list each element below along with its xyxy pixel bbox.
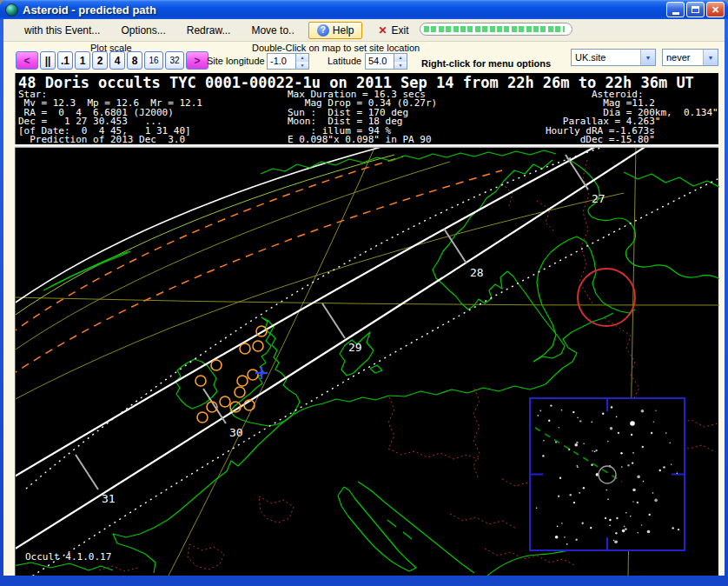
menu-item-with-this-event[interactable]: with this Event... [14,21,110,40]
exit-label: Exit [392,24,409,37]
scale-button-1[interactable]: 1 [75,51,90,70]
close-icon: ✕ [711,5,719,15]
svg-text:31: 31 [102,492,116,505]
scale-button-32[interactable]: 32 [165,51,184,70]
asteroid-app-icon [5,3,18,17]
latitude-spinner-up[interactable]: ▲ [394,54,407,62]
menu-item-move-to[interactable]: Move to.. [241,21,304,40]
time-tick-marks: 2728293031 [76,155,606,505]
menu-item-redraw[interactable]: Redraw... [176,21,242,40]
longitude-spinner-down[interactable]: ▼ [296,62,308,70]
star-chart-inset [530,398,685,550]
right-click-hint: Right-click for menu options [421,58,551,69]
minimize-button[interactable] [666,2,685,17]
redraw-interval-select[interactable]: never ▼ [662,49,718,66]
site-file-select[interactable]: UK.site ▼ [571,49,656,66]
menu-item-options[interactable]: Options... [110,21,175,40]
latitude-label: Latitude [328,56,361,66]
maximize-button[interactable] [686,2,705,17]
scale-forward-button[interactable]: > [186,51,208,70]
site-longitude-field[interactable]: -1.0 ▲ ▼ [267,53,309,70]
plot-scale-buttons: < ||.112481632 > [16,51,208,70]
latitude-spinner-down[interactable]: ▼ [394,62,407,70]
latitude-field[interactable]: 54.0 ▲ ▼ [365,53,407,70]
svg-text:29: 29 [348,341,362,354]
map-canvas[interactable]: 2728293031Occult 4.1.0.17 [15,148,718,576]
site-longitude-label: Site longitude [207,56,265,66]
scale-button-2[interactable]: 2 [92,51,108,70]
minimize-icon [672,12,679,15]
bright-star [630,421,635,426]
scale-back-button[interactable]: < [16,51,38,70]
exit-x-icon: ✕ [378,25,387,36]
scale-button-16[interactable]: 16 [144,51,163,70]
svg-text:27: 27 [592,192,606,205]
close-button[interactable]: ✕ [706,2,725,17]
chevron-down-icon[interactable]: ▼ [640,50,655,65]
page-title: Asteroid - predicted path [23,3,156,17]
svg-text:30: 30 [229,426,243,439]
star-details: Star: Mv = 12.3 Mp = 12.6 Mr = 12.1 RA =… [18,90,202,144]
scale-button-4[interactable]: 4 [109,51,125,70]
help-icon: ? [317,24,329,37]
title-bar: Asteroid - predicted path ✕ [0,0,728,19]
scale-button-8[interactable]: 8 [127,51,142,70]
highlight-circle [578,269,635,326]
svg-text:28: 28 [470,266,484,279]
help-button[interactable]: ? Help [308,22,363,39]
redraw-interval-value: never [663,52,694,63]
progress-bar [420,23,572,36]
terminator-lines [16,156,502,376]
longitude-spinner-up[interactable]: ▲ [296,54,308,62]
help-label: Help [333,24,354,37]
latitude-value[interactable]: 54.0 [366,54,394,69]
version-label: Occult 4.1.0.17 [25,551,111,563]
app-window: Asteroid - predicted path ✕ with this Ev… [0,0,728,586]
prediction-map: 2728293031Occult 4.1.0.17 [16,148,719,576]
chevron-down-icon[interactable]: ▼ [703,50,718,65]
site-markers [195,326,267,423]
site-longitude-value[interactable]: -1.0 [268,54,295,69]
window-content: with this Event... Options... Redraw... … [3,19,725,576]
map-instruction-label: Double-Click on map to set site location [252,43,420,53]
scale-button-||[interactable]: || [40,51,56,70]
maximize-icon [692,6,699,13]
scale-button-.1[interactable]: .1 [57,51,73,70]
site-file-value: UK.site [572,52,609,63]
event-details: Max Duration = 16.3 secs Mag Drop = 0.34… [288,90,437,144]
toolbar: Plot scale < ||.112481632 > Double-Click… [3,42,725,73]
asteroid-details: Asteroid: Mag =11.2 Dia = 200km, 0.134" … [546,90,718,144]
progress-bar-fill [424,26,565,32]
event-info-panel: 48 Doris occults TYC 0001-00022-1u on 20… [15,73,718,144]
exit-button[interactable]: ✕ Exit [371,21,415,40]
menu-bar: with this Event... Options... Redraw... … [3,19,725,42]
